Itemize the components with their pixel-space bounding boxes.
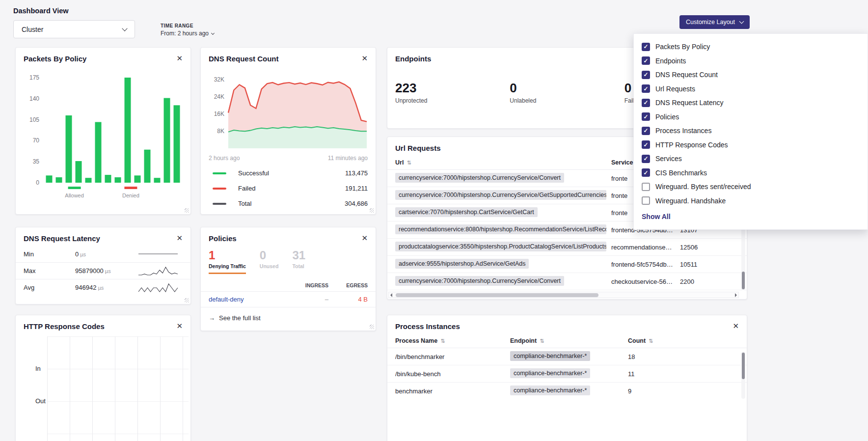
checkbox-icon[interactable]: ✓ — [642, 99, 650, 107]
checkbox-icon[interactable]: ✓ — [642, 140, 650, 149]
chevron-down-icon — [122, 26, 127, 31]
checkbox-icon[interactable]: ✓ — [642, 155, 650, 163]
resize-handle-icon[interactable] — [185, 298, 189, 303]
checkbox-icon[interactable]: ✓ — [642, 43, 650, 51]
latency-sparkline — [137, 248, 179, 260]
column-header-url[interactable]: Url⇅ — [395, 159, 611, 166]
svg-text:8K: 8K — [217, 128, 224, 135]
view-selector[interactable]: Cluster — [13, 20, 135, 38]
column-header-label: Process Name — [395, 337, 437, 344]
customize-menu-item[interactable]: ✓Process Instances — [642, 124, 868, 138]
column-header-endpoint[interactable]: Endpoint⇅ — [510, 337, 628, 344]
legend-series-value: 304,686 — [345, 200, 368, 207]
checkbox-icon[interactable]: ✓ — [642, 56, 650, 65]
policy-name-link[interactable]: default-deny — [209, 296, 289, 303]
customize-menu-item[interactable]: ✓Packets By Policy — [642, 40, 868, 54]
scroll-left-icon[interactable] — [390, 293, 392, 297]
latency-metric-label: Max — [24, 267, 75, 275]
customize-menu-item[interactable]: ✓CIS Benchmarks — [642, 166, 868, 180]
column-header-ingress: INGRESS — [289, 282, 328, 288]
checkbox-icon[interactable]: ✓ — [642, 71, 650, 79]
packets-by-policy-bar-chart: 17514010570350AllowedDenied — [24, 66, 184, 203]
endpoint-stat-label: Unlabeled — [510, 97, 624, 104]
sort-icon[interactable]: ⇅ — [649, 338, 653, 344]
http-codes-chart: In Out — [16, 336, 190, 441]
legend-series-name: Failed — [238, 185, 255, 192]
resize-handle-icon[interactable] — [185, 208, 189, 213]
scrollbar-thumb[interactable] — [396, 293, 598, 297]
sort-icon[interactable]: ⇅ — [407, 160, 411, 165]
latency-row: Avg946942µs — [16, 279, 190, 296]
customize-menu-item[interactable]: ✓DNS Request Latency — [642, 96, 868, 110]
dns-chart-x-labels: 2 hours ago 11 minutes ago — [209, 155, 368, 162]
customize-menu-item-label: DNS Request Latency — [655, 99, 724, 107]
policies-tab-denying-traffic[interactable]: 1Denying Traffic — [209, 248, 246, 274]
close-icon[interactable]: ✕ — [176, 322, 183, 330]
column-header-label: Service — [611, 159, 633, 166]
policy-egress-value: 4 B — [328, 296, 368, 303]
url-request-row[interactable]: productcatalogservice:3550/hipstershop.P… — [387, 239, 747, 256]
card-title: Url Requests — [395, 144, 441, 152]
customize-menu-item[interactable]: ✓Services — [642, 152, 868, 166]
close-icon[interactable]: ✕ — [732, 322, 739, 330]
checkbox-icon[interactable] — [642, 196, 650, 205]
close-icon[interactable]: ✕ — [361, 55, 368, 62]
page-title: Dashboard View — [13, 7, 69, 15]
sort-icon[interactable]: ⇅ — [440, 338, 445, 344]
close-icon[interactable]: ✕ — [361, 234, 368, 242]
close-icon[interactable]: ✕ — [176, 55, 183, 62]
process-instance-row[interactable]: /bin/kube-benchcompliance-benchmarker-*1… — [387, 365, 747, 383]
vertical-scrollbar[interactable] — [741, 352, 745, 399]
card-title: Endpoints — [395, 55, 431, 63]
scrollbar-thumb[interactable] — [742, 353, 745, 379]
customize-menu-item[interactable]: ✓Url Requests — [642, 82, 868, 96]
svg-text:140: 140 — [29, 95, 39, 102]
horizontal-scrollbar[interactable] — [388, 292, 739, 298]
svg-text:Allowed: Allowed — [65, 193, 84, 198]
customize-menu-item[interactable]: ✓Endpoints — [642, 54, 868, 68]
card-header: HTTP Response Codes ✕ — [16, 315, 190, 333]
process-instance-row[interactable]: benchmarkercompliance-benchmarker-*9 — [387, 383, 747, 396]
url-request-row[interactable]: adservice:9555/hipstershop.AdService/Get… — [387, 256, 747, 273]
column-header-label: Count — [628, 337, 646, 344]
column-header-count[interactable]: Count⇅ — [628, 337, 687, 344]
customize-menu-item[interactable]: Wireguard. Handshake — [642, 194, 868, 208]
policy-row[interactable]: default-deny–4 B — [201, 292, 376, 307]
latency-value: 0µs — [75, 250, 137, 258]
policies-tab-unused[interactable]: 0Unused — [260, 248, 279, 274]
checkbox-icon[interactable]: ✓ — [642, 127, 650, 135]
see-full-list-link[interactable]: → See the full list — [201, 307, 376, 329]
url-pill: productcatalogservice:3550/hipstershop.P… — [395, 242, 606, 251]
checkbox-icon[interactable]: ✓ — [642, 112, 650, 121]
policies-tab-total[interactable]: 31Total — [292, 248, 305, 274]
svg-text:0: 0 — [36, 179, 39, 186]
show-all-link[interactable]: Show All — [642, 213, 868, 220]
customize-menu-item[interactable]: ✓Policies — [642, 110, 868, 124]
time-range-value[interactable]: From: 2 hours ago — [161, 30, 214, 37]
card-title: Policies — [209, 234, 237, 243]
customize-menu-item[interactable]: Wireguard. Bytes sent/received — [642, 180, 868, 194]
resize-handle-icon[interactable] — [370, 208, 374, 213]
customize-menu-item[interactable]: ✓DNS Request Count — [642, 68, 868, 82]
policies-tab-label: Denying Traffic — [209, 263, 246, 269]
process-instance-row[interactable]: /bin/benchmarkercompliance-benchmarker-*… — [387, 348, 747, 365]
scroll-right-icon[interactable] — [735, 293, 737, 297]
column-header-process-name[interactable]: Process Name⇅ — [395, 337, 510, 344]
checkbox-icon[interactable]: ✓ — [642, 84, 650, 93]
checkbox-icon[interactable]: ✓ — [642, 168, 650, 177]
customize-menu-item[interactable]: ✓HTTP Response Codes — [642, 138, 868, 152]
process-table-body: /bin/benchmarkercompliance-benchmarker-*… — [387, 348, 747, 396]
url-count-cell: 2200 — [680, 278, 734, 285]
checkbox-icon[interactable] — [642, 183, 650, 191]
scrollbar-thumb[interactable] — [742, 272, 745, 289]
time-range-text: From: 2 hours ago — [161, 30, 209, 37]
close-icon[interactable]: ✕ — [176, 234, 183, 242]
url-request-row[interactable]: currencyservice:7000/hipstershop.Currenc… — [387, 273, 747, 290]
latency-value-unit: µs — [80, 251, 86, 257]
latency-rows: Min0µsMax95879000µsAvg946942µs — [16, 246, 190, 296]
sort-icon[interactable]: ⇅ — [540, 338, 544, 344]
svg-text:70: 70 — [33, 137, 40, 144]
resize-handle-icon[interactable] — [370, 325, 374, 329]
customize-layout-button[interactable]: Customize Layout — [679, 15, 750, 29]
time-range-label: TIME RANGE — [161, 23, 214, 28]
